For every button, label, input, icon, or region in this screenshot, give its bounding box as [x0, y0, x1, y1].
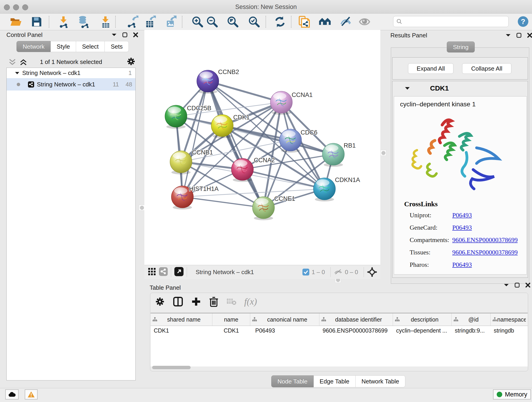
network-row-selected[interactable]: String Network – cdk1 11 48 [7, 78, 135, 90]
tab-network[interactable]: Network [17, 41, 51, 52]
column-type-icon [492, 317, 497, 322]
warning-icon [27, 391, 35, 398]
results-panel-controls [505, 32, 532, 38]
warnings-button[interactable] [25, 389, 38, 400]
network-tree: String Network – cdk1 1 String Network –… [6, 68, 136, 380]
network-canvas[interactable]: CCNB2CCNA1CDC25BCDK1CDC6RB1CCNB1CCNA2CDK… [144, 30, 380, 265]
float-panel-icon[interactable] [505, 33, 511, 37]
column-header[interactable]: canonical name [250, 313, 319, 326]
cell-id: stringdb:9... [452, 326, 491, 337]
import-network-database-icon[interactable] [77, 15, 90, 28]
import-network-file-icon[interactable] [57, 15, 70, 28]
hide-panels-icon[interactable] [339, 15, 352, 28]
open-session-icon[interactable] [9, 15, 22, 28]
expand-all-button[interactable]: Expand All [408, 63, 453, 74]
network-graph[interactable]: CCNB2CCNA1CDC25BCDK1CDC6RB1CCNB1CCNA2CDK… [144, 30, 380, 265]
zoom-fit-icon[interactable] [226, 15, 239, 28]
search-field[interactable] [393, 16, 509, 27]
column-header[interactable]: namespace [491, 313, 528, 326]
zoom-out-icon[interactable] [206, 15, 219, 28]
collection-expand-icon[interactable] [15, 71, 19, 75]
network-overview-icon[interactable] [159, 267, 168, 277]
node-label: CCNA1 [292, 91, 313, 98]
network-options-gear-icon[interactable] [127, 57, 136, 67]
maximize-panel-icon[interactable] [516, 33, 521, 38]
expand-all-networks-icon[interactable] [20, 58, 27, 67]
close-panel-icon[interactable] [525, 282, 531, 288]
column-header[interactable]: database identifier [319, 313, 393, 326]
table-row[interactable]: CDK1 CDK1 P06493 9606.ENSP00000378699 cy… [151, 326, 528, 337]
show-panels-icon[interactable] [358, 15, 371, 28]
show-columns-icon[interactable] [173, 296, 183, 307]
maximize-panel-icon[interactable] [122, 32, 127, 37]
center-view-icon[interactable] [367, 267, 377, 277]
birds-eye-view-icon[interactable] [148, 268, 156, 276]
crosslink-link[interactable]: P06493 [452, 261, 472, 268]
float-panel-icon[interactable] [111, 33, 117, 37]
export-image-icon[interactable] [164, 15, 177, 28]
node-label: HIST1H1A [189, 185, 219, 192]
export-table-icon[interactable] [144, 15, 157, 28]
close-panel-icon[interactable] [133, 32, 138, 38]
detach-view-icon[interactable] [174, 267, 184, 277]
horizontal-scrollbar[interactable] [152, 366, 191, 369]
function-builder-icon[interactable]: f(x) [244, 296, 257, 307]
tab-edge-table[interactable]: Edge Table [314, 375, 355, 387]
tab-node-table[interactable]: Node Table [271, 375, 314, 387]
help-icon[interactable]: ? [518, 16, 528, 27]
delete-column-trash-icon[interactable] [209, 296, 219, 307]
crosslink-link[interactable]: P06493 [452, 211, 472, 219]
home-icon[interactable] [318, 15, 331, 28]
crosslink-link[interactable]: 9606.ENSP00000378699 [452, 249, 518, 256]
column-header[interactable]: description [393, 313, 452, 326]
toolbar-separator [182, 16, 182, 28]
save-session-icon[interactable] [30, 15, 43, 28]
gene-collapse-icon[interactable] [405, 87, 410, 90]
results-panel-title: Results Panel [390, 32, 427, 39]
window-title: Session: New Session [0, 3, 532, 11]
footer-separator [364, 267, 364, 277]
maximize-panel-icon[interactable] [515, 283, 520, 288]
network-collection-row[interactable]: String Network – cdk1 1 [7, 68, 135, 78]
tab-style[interactable]: Style [51, 41, 76, 52]
tab-network-table[interactable]: Network Table [355, 375, 405, 387]
import-table-file-icon[interactable] [99, 15, 112, 28]
column-type-icon [395, 317, 400, 322]
left-splitter-handle[interactable] [139, 205, 145, 211]
create-column-plus-icon[interactable] [191, 297, 201, 307]
float-panel-icon[interactable] [504, 283, 509, 287]
tab-string[interactable]: String [447, 41, 475, 52]
network-node-hist1h1a[interactable]: HIST1H1A [171, 185, 219, 210]
refresh-icon[interactable] [273, 15, 286, 28]
close-panel-icon[interactable] [527, 32, 532, 38]
results-panel-tabs: String [447, 41, 475, 52]
right-splitter-handle[interactable] [380, 150, 386, 156]
collapse-all-button[interactable]: Collapse All [462, 63, 511, 74]
zoom-selected-icon[interactable] [248, 15, 260, 28]
delete-table-icon[interactable] [226, 298, 236, 306]
tab-sets[interactable]: Sets [105, 41, 129, 52]
crosslink-link[interactable]: P06493 [452, 224, 472, 231]
zoom-in-icon[interactable] [191, 15, 204, 28]
node-label: CCNA2 [254, 157, 275, 164]
footer-separator [187, 267, 187, 277]
cloud-button[interactable] [5, 389, 19, 400]
crosslinks-list: Uniprot:P06493 GeneCard:P06493 Compartme… [410, 211, 524, 274]
network-node-rb1[interactable]: RB1 [322, 142, 356, 167]
export-network-icon[interactable] [126, 15, 139, 28]
network-node-cdk1[interactable]: CDK1 [211, 114, 250, 138]
crosslink-link[interactable]: 9606.ENSP00000378699 [452, 236, 518, 244]
memory-button[interactable]: Memory [493, 389, 531, 400]
column-header[interactable]: @id [452, 313, 491, 326]
column-header[interactable]: shared name [151, 313, 212, 326]
cell-canonical-name: P06493 [250, 326, 319, 337]
gene-section-header[interactable]: CDK1 [393, 81, 528, 95]
search-input[interactable] [403, 18, 502, 25]
table-panel-title: Table Panel [150, 284, 181, 291]
collapse-all-networks-icon[interactable] [9, 58, 16, 67]
table-settings-gear-icon[interactable] [155, 297, 165, 307]
copy-network-style-icon[interactable] [298, 15, 311, 28]
tab-select[interactable]: Select [76, 41, 105, 52]
network-node-cdkn1a[interactable]: CDKN1A [313, 177, 360, 201]
column-header[interactable]: name [212, 313, 250, 326]
